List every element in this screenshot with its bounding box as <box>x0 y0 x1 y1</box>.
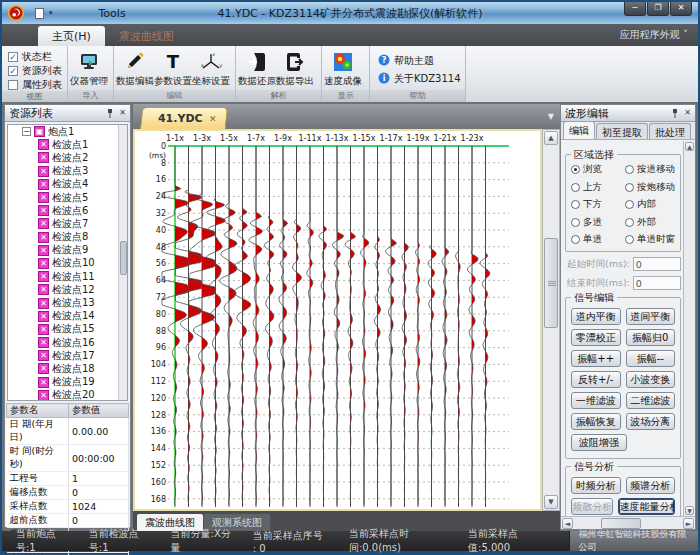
radio-3[interactable]: 按炮移动 <box>625 181 677 194</box>
radio-selected-icon[interactable] <box>571 165 580 174</box>
chart-vertical-scrollbar[interactable]: ▲ ▼ <box>542 129 560 511</box>
tree-item-geophone-10[interactable]: ✕检波点10 <box>8 257 127 270</box>
signal-edit-button-2[interactable]: 零漂校正 <box>571 329 621 346</box>
signal-edit-button-6[interactable]: 反转+/- <box>571 371 621 388</box>
quick-access-dropdown-icon[interactable]: ▾ <box>49 9 53 17</box>
tree-item-geophone-9[interactable]: ✕检波点9 <box>8 244 127 257</box>
scroll-left-icon[interactable]: ◄ <box>562 518 573 529</box>
ribbon-button-axes[interactable]: zxy坐标设置 <box>192 48 230 88</box>
minimize-button[interactable]: ─ <box>624 2 646 16</box>
tree-item-geophone-17[interactable]: ✕检波点17 <box>8 349 127 362</box>
tree-root-shot-point[interactable]: −▣炮点1 <box>8 125 127 138</box>
scroll-down-icon[interactable]: ▼ <box>685 506 694 515</box>
radio-icon[interactable] <box>625 183 634 192</box>
close-panel-icon[interactable]: ✕ <box>684 109 691 117</box>
signal-edit-button-5[interactable]: 振幅-- <box>626 350 676 367</box>
ribbon-button-text-tool[interactable]: T参数设置 <box>154 48 192 88</box>
radio-icon[interactable] <box>625 235 634 244</box>
radio-2[interactable]: 上方 <box>571 181 623 194</box>
checkbox-row-0[interactable]: ✓状态栏 <box>8 51 62 63</box>
checkbox-row-1[interactable]: ✓资源列表 <box>8 65 62 77</box>
radio-icon[interactable] <box>571 200 580 209</box>
ribbon-button-data-export[interactable]: 数据导出 <box>276 48 314 88</box>
panel-vertical-scrollbar[interactable]: ▲ ▼ <box>683 141 695 516</box>
document-tab[interactable]: 41.YDC ✕ <box>140 107 229 129</box>
tab-overflow-icon[interactable]: ▼ <box>548 112 554 121</box>
radio-6[interactable]: 多道 <box>571 216 623 229</box>
tree-item-geophone-18[interactable]: ✕检波点18 <box>8 362 127 375</box>
close-panel-icon[interactable]: ✕ <box>119 109 126 117</box>
document-tab-close-icon[interactable]: ✕ <box>209 114 217 124</box>
tree-item-geophone-15[interactable]: ✕检波点15 <box>8 323 127 336</box>
radio-7[interactable]: 外部 <box>625 216 677 229</box>
signal-edit-button-10[interactable]: 振幅恢复 <box>571 413 621 430</box>
seismic-chart[interactable]: 0816243240485664728088961041121201281361… <box>133 129 542 511</box>
wave-panel-tab-2[interactable]: 批处理 <box>649 123 691 139</box>
radio-0[interactable]: 浏览 <box>571 163 623 176</box>
tree-item-geophone-13[interactable]: ✕检波点13 <box>8 296 127 309</box>
pin-icon[interactable] <box>671 109 679 118</box>
tools-menu[interactable]: Tools <box>99 7 126 20</box>
ribbon-button-data-restore[interactable]: 数据还原 <box>238 48 276 88</box>
signal-edit-button-3[interactable]: 振幅归0 <box>626 329 676 346</box>
tree-item-geophone-11[interactable]: ✕检波点11 <box>8 270 127 283</box>
radio-icon[interactable] <box>571 183 580 192</box>
new-file-icon[interactable] <box>35 8 44 19</box>
tab-home[interactable]: 主页(H) <box>38 26 105 46</box>
signal-edit-button-8[interactable]: 一维滤波 <box>571 392 621 409</box>
scroll-up-icon[interactable]: ▲ <box>544 131 558 145</box>
signal-edit-button-0[interactable]: 道内平衡 <box>571 308 621 325</box>
tree-scrollbar[interactable] <box>118 125 127 400</box>
tree-item-geophone-3[interactable]: ✕检波点3 <box>8 165 127 178</box>
radio-icon[interactable] <box>625 165 634 174</box>
ribbon-button-velocity-imaging[interactable]: 速度成像 <box>324 48 362 88</box>
pin-icon[interactable] <box>106 109 114 118</box>
ribbon-button-instrument[interactable]: 仪器管理 <box>70 48 108 88</box>
signal-analysis-button-1[interactable]: 频谱分析 <box>626 477 676 494</box>
signal-edit-button-1[interactable]: 道间平衡 <box>626 308 676 325</box>
signal-edit-button-12[interactable]: 波阻增强 <box>571 434 627 451</box>
checkbox-checked-icon[interactable]: ✓ <box>8 52 18 62</box>
help-link-1[interactable]: i关于KDZ3114 <box>372 71 461 86</box>
checkbox-row-2[interactable]: 属性列表 <box>8 79 62 91</box>
wave-panel-tab-0[interactable]: 编辑 <box>563 121 595 139</box>
tree-item-geophone-16[interactable]: ✕检波点16 <box>8 336 127 349</box>
radio-icon[interactable] <box>625 200 634 209</box>
end-time-input[interactable] <box>633 276 681 290</box>
start-time-input[interactable] <box>633 257 681 271</box>
tree-item-geophone-7[interactable]: ✕检波点7 <box>8 217 127 230</box>
radio-5[interactable]: 内部 <box>625 198 677 211</box>
close-button[interactable]: ✕ <box>670 2 692 16</box>
scroll-up-icon[interactable]: ▲ <box>685 142 694 151</box>
radio-8[interactable]: 单道 <box>571 233 623 246</box>
tree-item-geophone-20[interactable]: ✕检波点20 <box>8 389 127 401</box>
radio-icon[interactable] <box>571 235 580 244</box>
tree-item-geophone-5[interactable]: ✕检波点5 <box>8 191 127 204</box>
signal-edit-button-7[interactable]: 小波变换 <box>626 371 676 388</box>
signal-edit-button-4[interactable]: 振幅++ <box>571 350 621 367</box>
collapse-icon[interactable]: − <box>22 127 31 136</box>
tree-item-geophone-12[interactable]: ✕检波点12 <box>8 283 127 296</box>
radio-icon[interactable] <box>625 218 634 227</box>
appearance-menu[interactable]: 应用程序外观 ˅ <box>620 28 698 42</box>
wave-panel-tab-1[interactable]: 初至提取 <box>596 123 648 139</box>
tree-item-geophone-1[interactable]: ✕检波点1 <box>8 138 127 151</box>
signal-edit-button-11[interactable]: 波场分离 <box>626 413 676 430</box>
radio-1[interactable]: 按道移动 <box>625 163 677 176</box>
tree-item-geophone-8[interactable]: ✕检波点8 <box>8 231 127 244</box>
signal-analysis-button-0[interactable]: 时频分析 <box>571 477 621 494</box>
signal-edit-button-9[interactable]: 二维滤波 <box>626 392 676 409</box>
signal-analysis-button-3[interactable]: 速度能量分析 <box>618 498 675 515</box>
tab-wave-curve[interactable]: 震波曲线图 <box>105 26 188 46</box>
radio-icon[interactable] <box>571 218 580 227</box>
ribbon-button-pencil[interactable]: 数据编辑 <box>116 48 154 88</box>
checkbox-checked-icon[interactable]: ✓ <box>8 66 18 76</box>
scroll-down-icon[interactable]: ▼ <box>544 495 558 509</box>
tree-item-geophone-4[interactable]: ✕检波点4 <box>8 178 127 191</box>
help-link-0[interactable]: ?帮助主题 <box>372 53 461 68</box>
tree-item-geophone-14[interactable]: ✕检波点14 <box>8 310 127 323</box>
tree-item-geophone-19[interactable]: ✕检波点19 <box>8 376 127 389</box>
tree-item-geophone-2[interactable]: ✕检波点2 <box>8 151 127 164</box>
tree-item-geophone-6[interactable]: ✕检波点6 <box>8 204 127 217</box>
maximize-button[interactable]: ❐ <box>647 2 669 16</box>
